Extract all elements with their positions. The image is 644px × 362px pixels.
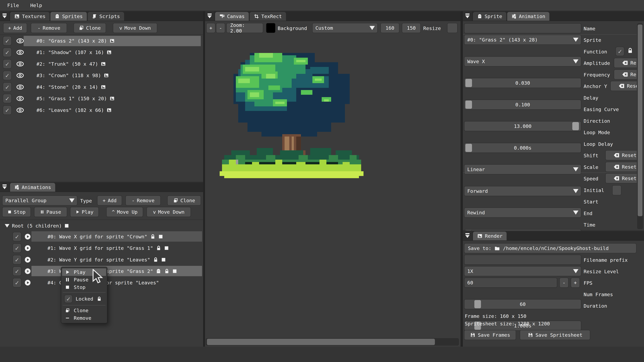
background-color-swatch[interactable] (266, 23, 276, 33)
tab-canvas[interactable]: Canvas (215, 12, 249, 21)
tab-render[interactable]: Render (473, 232, 506, 240)
collapse-arrow-icon[interactable] (205, 11, 214, 21)
animation-enabled-checkbox[interactable]: ✓ (12, 255, 22, 264)
zoom-in-button[interactable]: + (206, 23, 216, 33)
play-circle-icon[interactable] (24, 244, 32, 252)
resize-extra-button[interactable] (447, 23, 458, 33)
anchor-y-reset-button[interactable]: Reset (610, 81, 637, 91)
collapse-arrow-icon[interactable] (0, 182, 9, 192)
easing-curve-dropdown[interactable]: Linear (464, 164, 581, 174)
tab-sprites[interactable]: Sprites (50, 12, 87, 21)
fps-plus-button[interactable]: + (571, 278, 580, 288)
eye-icon[interactable] (16, 83, 24, 91)
context-clone-item[interactable]: Clone (62, 307, 106, 314)
name-input[interactable] (464, 23, 581, 33)
sprite-visible-checkbox[interactable]: ✓ (3, 59, 12, 69)
context-locked-item[interactable]: ✓ Locked (62, 294, 106, 304)
fps-input[interactable]: 60 (464, 278, 557, 288)
delay-slider[interactable]: 0.000s (464, 143, 581, 153)
sprite-row[interactable]: ✓ #2: "Trunk" (50 x 47) (3, 59, 106, 69)
function-enabled-checkbox[interactable]: ✓ (616, 47, 624, 56)
eye-icon[interactable] (16, 106, 24, 114)
tree-expand-arrow-icon[interactable] (5, 224, 10, 228)
amplitude-slider[interactable]: 0.030 (464, 78, 581, 88)
canvas-h-scrollbar[interactable] (206, 338, 459, 346)
inspector-v-scrollbar-thumb[interactable] (638, 24, 642, 216)
loop-delay-slider[interactable]: 0.000s (464, 229, 581, 231)
save-spritesheet-button[interactable]: Save Spritesheet (520, 330, 590, 340)
filename-prefix-input[interactable] (464, 255, 581, 265)
sprite-row[interactable]: ✓ #6: "Leaves" (102 x 66) (3, 105, 112, 115)
canvas-sprite-scene[interactable] (217, 44, 366, 183)
collapse-arrow-icon[interactable] (463, 231, 472, 240)
eye-icon[interactable] (16, 94, 24, 103)
stop-state-icon[interactable] (172, 269, 177, 274)
sprite-visible-checkbox[interactable]: ✓ (3, 82, 12, 92)
save-to-button[interactable]: Save to: /home/encelo/nCine/SpookyGhost-… (464, 243, 636, 253)
canvas-h-scrollbar-thumb[interactable] (207, 339, 435, 345)
speed-reset-button[interactable]: Reset (605, 173, 637, 183)
save-frames-button[interactable]: Save Frames (464, 330, 516, 340)
animation-enabled-checkbox[interactable]: ✓ (12, 267, 22, 276)
canvas-width-field[interactable]: 160 (380, 23, 399, 33)
sprite-visible-checkbox[interactable]: ✓ (3, 36, 12, 45)
stop-state-icon[interactable] (164, 246, 169, 250)
animation-row[interactable]: ✓ #0: Wave X grid for sprite "Crown" (12, 232, 163, 241)
animation-enabled-checkbox[interactable]: ✓ (12, 278, 22, 287)
tab-sprite[interactable]: Sprite (473, 12, 506, 21)
frequency-reset-button[interactable]: Reset (614, 69, 637, 79)
sprite-clone-button[interactable]: Clone (74, 23, 106, 33)
loop-mode-dropdown[interactable]: Rewind (464, 208, 581, 218)
context-stop-item[interactable]: Stop (62, 284, 106, 291)
animation-row[interactable]: ✓ #2: Wave Y grid for sprite "Leaves" (12, 255, 166, 264)
sprite-move-down-button[interactable]: v Move Down (113, 23, 157, 33)
shift-reset-button[interactable]: Reset (605, 150, 637, 160)
canvas-height-field[interactable]: 150 (402, 23, 421, 33)
sprite-add-button[interactable]: + Add (3, 23, 27, 33)
play-circle-icon[interactable] (24, 279, 32, 286)
scale-reset-button[interactable]: Reset (605, 162, 637, 172)
tab-textures[interactable]: Textures (10, 12, 50, 21)
animation-add-button[interactable]: + Add (97, 195, 122, 206)
sprite-remove-button[interactable]: - Remove (31, 23, 67, 33)
context-remove-item[interactable]: Remove (62, 314, 106, 322)
num-frames-slider[interactable]: 60 (464, 299, 581, 309)
eye-icon[interactable] (16, 48, 24, 56)
eye-icon[interactable] (16, 60, 24, 68)
locked-checkbox[interactable]: ✓ (64, 295, 72, 303)
tab-texrect[interactable]: TexRect (250, 12, 286, 21)
sprite-dropdown[interactable]: #0: "Grass 2" (143 x 28) (464, 35, 581, 45)
zoom-level-button[interactable]: Zoom: 2.00 (226, 23, 263, 33)
play-circle-icon[interactable] (24, 267, 32, 275)
animation-root-row[interactable]: Root (5 children) (5, 221, 69, 230)
initial-extra-button[interactable] (612, 185, 621, 195)
anchor-y-slider[interactable]: 13.000 (464, 121, 581, 131)
animation-move-down-button[interactable]: v Move Down (146, 207, 191, 217)
background-mode-dropdown[interactable]: Custom (312, 23, 378, 33)
resize-level-dropdown[interactable]: 1X (464, 266, 581, 276)
animation-row[interactable]: ✓ #1: Wave X grid for sprite "Grass 1" (12, 243, 169, 253)
animation-enabled-checkbox[interactable]: ✓ (12, 232, 22, 241)
play-circle-icon[interactable] (24, 233, 32, 240)
amplitude-reset-button[interactable]: Reset (614, 58, 637, 68)
collapse-arrow-icon[interactable] (463, 11, 472, 21)
animation-move-up-button[interactable]: ^ Move Up (106, 207, 143, 217)
menu-file[interactable]: File (6, 2, 20, 9)
play-circle-icon[interactable] (24, 256, 32, 264)
animation-stop-button[interactable]: Stop (2, 207, 31, 217)
animation-enabled-checkbox[interactable]: ✓ (12, 243, 22, 253)
sprite-visible-checkbox[interactable]: ✓ (3, 105, 12, 115)
eye-icon[interactable] (16, 71, 24, 79)
lock-icon[interactable] (627, 47, 634, 54)
animation-clone-button[interactable]: Clone (167, 195, 201, 206)
direction-dropdown[interactable]: Forward (464, 186, 581, 196)
inspector-v-scrollbar[interactable] (637, 23, 643, 229)
animation-pause-button[interactable]: Pause (34, 207, 67, 217)
frequency-slider[interactable]: 0.100 (464, 100, 581, 110)
animation-remove-button[interactable]: - Remove (126, 195, 161, 206)
sprite-visible-checkbox[interactable]: ✓ (3, 94, 12, 103)
stop-state-icon[interactable] (158, 234, 163, 239)
tab-scripts[interactable]: Scripts (88, 12, 124, 21)
menu-help[interactable]: Help (29, 2, 44, 9)
stop-state-icon[interactable] (64, 223, 69, 228)
